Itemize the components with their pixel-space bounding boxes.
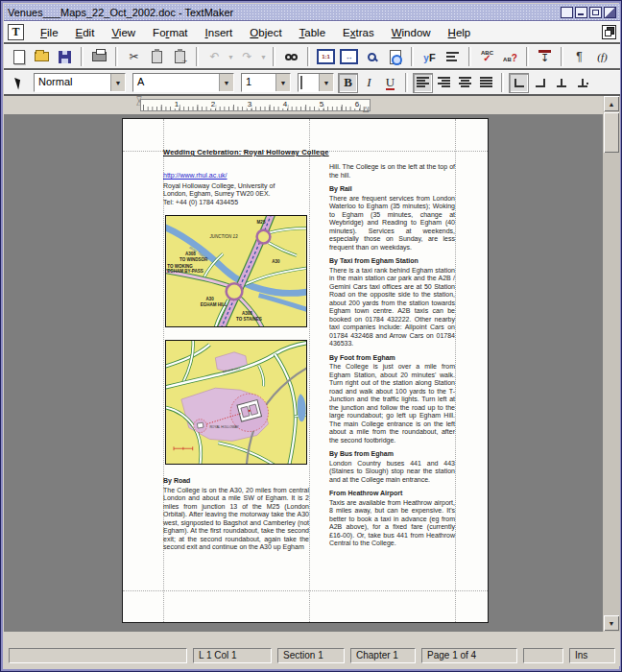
scroll-down-button[interactable]: ▼ (604, 615, 619, 631)
magnifier-icon (368, 53, 376, 61)
minimize-button[interactable] (575, 7, 587, 18)
pilcrow-icon: ¶ (576, 51, 582, 62)
scroll-up-button[interactable]: ▲ (604, 96, 619, 111)
cut-button[interactable]: ✂ (123, 46, 145, 67)
svg-text:EGHAM BY-PASS: EGHAM BY-PASS (167, 269, 203, 274)
spellcheck-button[interactable]: ABC✓ (476, 46, 498, 67)
field-icon: (f) (597, 51, 607, 62)
print-button[interactable] (88, 46, 110, 67)
italic-icon: I (367, 75, 371, 90)
italic-button[interactable]: I (359, 73, 379, 93)
font-color-picker[interactable]: ▼ (298, 73, 334, 92)
style-value: Normal (35, 74, 110, 91)
copy-button[interactable] (146, 46, 168, 67)
align-left-button[interactable] (413, 73, 433, 93)
title-bar[interactable]: Venues___Maps_22_Oct_2002.doc - TextMake… (4, 4, 620, 21)
find-button[interactable] (280, 46, 302, 67)
tab-decimal-icon (578, 79, 587, 87)
rhul-hyperlink[interactable]: http://www.rhul.ac.uk/ (163, 172, 309, 180)
print-preview-button[interactable] (384, 46, 406, 67)
menu-insert[interactable]: Insert (197, 24, 242, 41)
section-heading: By Bus from Egham (329, 450, 455, 459)
svg-text:A30: A30 (206, 297, 215, 301)
vertical-scrollbar[interactable]: ▲ ▼ (603, 96, 620, 632)
paste-button[interactable] (169, 46, 191, 67)
tab-center-button[interactable] (551, 73, 571, 93)
separator (273, 47, 275, 66)
separator (561, 47, 563, 66)
chevron-down-icon[interactable]: ▼ (319, 74, 333, 91)
search-icon (285, 54, 298, 60)
menu-edit[interactable]: Edit (67, 24, 104, 41)
app-icon[interactable]: T (8, 24, 24, 40)
status-page: Page 1 of 4 (421, 648, 517, 663)
thesaurus-button[interactable]: AB? (499, 46, 521, 67)
separator (405, 73, 408, 92)
zoom-button[interactable] (361, 46, 383, 67)
horizontal-ruler[interactable]: 1 2 3 4 5 6 (140, 99, 371, 111)
fit-width-icon: ↔ (340, 49, 358, 64)
formatting-marks-button[interactable]: ¶ (568, 46, 590, 67)
align-center-button[interactable] (455, 73, 475, 93)
menu-help[interactable]: Help (440, 24, 480, 41)
style-combobox[interactable]: Normal ▼ (34, 73, 126, 92)
object-mode-button[interactable] (8, 72, 30, 93)
underline-button[interactable]: U (380, 73, 400, 93)
section-body: There is a taxi rank behind Egham statio… (329, 267, 455, 348)
section-heading: By Taxi from Egham Station (329, 257, 455, 266)
redo-dropdown[interactable]: ▼ (259, 46, 268, 67)
undo-button[interactable]: ↶ (203, 46, 226, 67)
align-right-button[interactable] (434, 73, 454, 93)
menu-table[interactable]: Table (291, 24, 335, 41)
bold-button[interactable]: B (338, 73, 358, 93)
new-document-icon (13, 50, 25, 64)
road-map-image[interactable]: M25 JUNCTION 13 A308 TO WINDSOR TO WOKIN… (165, 215, 307, 327)
align-justify-button[interactable] (476, 73, 496, 93)
insert-field-button[interactable]: (f) (591, 46, 613, 67)
menu-view[interactable]: View (103, 24, 144, 41)
status-chapter: Chapter 1 (350, 648, 416, 663)
section-heading: By Road (163, 477, 309, 486)
status-insert-mode[interactable]: Ins (569, 648, 615, 663)
junction-13-roundabout (257, 230, 271, 244)
close-button[interactable] (604, 7, 616, 18)
font-size-combobox[interactable]: 1 ▼ (241, 73, 291, 92)
menu-format[interactable]: Format (144, 24, 196, 41)
character-format-button[interactable]: yF (419, 46, 441, 67)
menu-object[interactable]: Object (241, 24, 290, 41)
undo-dropdown[interactable]: ▼ (227, 46, 235, 67)
document-restore-icon[interactable] (602, 25, 616, 39)
tab-right-button[interactable] (530, 73, 550, 93)
maximize-button[interactable] (589, 7, 602, 18)
menu-file[interactable]: File (32, 24, 67, 41)
redo-button[interactable]: ↷ (236, 46, 258, 67)
open-button[interactable] (31, 46, 53, 67)
chevron-down-icon[interactable]: ▼ (110, 74, 125, 91)
menu-extras[interactable]: Extras (334, 24, 383, 41)
a30-roundabout (227, 283, 243, 300)
tab-left-button[interactable] (509, 73, 529, 93)
goto-button[interactable] (534, 46, 556, 67)
document-page[interactable]: Wedding Celebration: Royal Holloway Coll… (122, 118, 489, 623)
chevron-down-icon[interactable]: ▼ (219, 74, 233, 91)
heathrow-section: From Heathrow Airport Taxis are availabl… (329, 490, 455, 548)
window-title: Venues___Maps_22_Oct_2002.doc - TextMake… (8, 7, 241, 18)
scrollbar-thumb[interactable] (604, 112, 619, 153)
tab-decimal-button[interactable] (572, 73, 592, 93)
chevron-down-icon[interactable]: ▼ (275, 74, 290, 91)
save-button[interactable] (54, 46, 76, 67)
status-bar: L 1 Col 1 Section 1 Chapter 1 Page 1 of … (4, 645, 620, 666)
menu-bar: T File Edit View Format Insert Object Ta… (4, 21, 620, 44)
fit-width-button[interactable]: ↔ (338, 46, 360, 67)
by-taxi-section: By Taxi from Egham Station There is a ta… (329, 257, 455, 348)
zoom-100-button[interactable]: 1:1 (315, 46, 337, 67)
paragraph-format-button[interactable] (442, 46, 464, 67)
menu-window[interactable]: Window (383, 24, 440, 41)
shade-button[interactable] (561, 7, 573, 18)
indent-marker-right[interactable]: △ (363, 105, 369, 113)
new-document-button[interactable] (8, 46, 30, 67)
section-body: The College is on the A30, 20 miles from… (163, 487, 309, 552)
campus-map-image[interactable]: ROYAL HOLLOWAY EGHAM HILL (165, 340, 307, 465)
section-body: Taxis are available from Heathrow airpor… (329, 499, 455, 548)
font-combobox[interactable]: A ▼ (132, 73, 234, 92)
